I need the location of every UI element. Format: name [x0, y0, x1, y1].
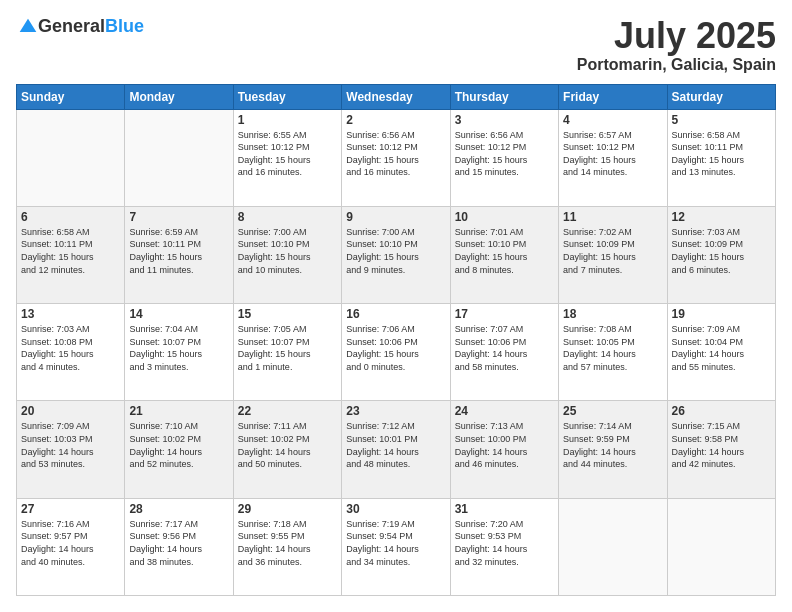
day-number: 2 — [346, 113, 445, 127]
table-row: 4Sunrise: 6:57 AM Sunset: 10:12 PM Dayli… — [559, 109, 667, 206]
day-number: 31 — [455, 502, 554, 516]
day-number: 3 — [455, 113, 554, 127]
calendar-week-row: 6Sunrise: 6:58 AM Sunset: 10:11 PM Dayli… — [17, 206, 776, 303]
day-info: Sunrise: 7:01 AM Sunset: 10:10 PM Daylig… — [455, 226, 554, 276]
day-number: 21 — [129, 404, 228, 418]
day-info: Sunrise: 7:03 AM Sunset: 10:08 PM Daylig… — [21, 323, 120, 373]
table-row: 17Sunrise: 7:07 AM Sunset: 10:06 PM Dayl… — [450, 304, 558, 401]
table-row: 18Sunrise: 7:08 AM Sunset: 10:05 PM Dayl… — [559, 304, 667, 401]
location-title: Portomarin, Galicia, Spain — [577, 56, 776, 74]
logo: GeneralBlue — [16, 16, 144, 37]
svg-marker-0 — [20, 18, 37, 31]
day-number: 30 — [346, 502, 445, 516]
table-row: 1Sunrise: 6:55 AM Sunset: 10:12 PM Dayli… — [233, 109, 341, 206]
table-row: 6Sunrise: 6:58 AM Sunset: 10:11 PM Dayli… — [17, 206, 125, 303]
table-row: 23Sunrise: 7:12 AM Sunset: 10:01 PM Dayl… — [342, 401, 450, 498]
day-info: Sunrise: 7:15 AM Sunset: 9:58 PM Dayligh… — [672, 420, 771, 470]
table-row: 29Sunrise: 7:18 AM Sunset: 9:55 PM Dayli… — [233, 498, 341, 595]
table-row: 3Sunrise: 6:56 AM Sunset: 10:12 PM Dayli… — [450, 109, 558, 206]
col-friday: Friday — [559, 84, 667, 109]
table-row: 2Sunrise: 6:56 AM Sunset: 10:12 PM Dayli… — [342, 109, 450, 206]
day-number: 6 — [21, 210, 120, 224]
table-row: 21Sunrise: 7:10 AM Sunset: 10:02 PM Dayl… — [125, 401, 233, 498]
day-number: 29 — [238, 502, 337, 516]
day-number: 5 — [672, 113, 771, 127]
table-row: 28Sunrise: 7:17 AM Sunset: 9:56 PM Dayli… — [125, 498, 233, 595]
day-number: 26 — [672, 404, 771, 418]
table-row: 10Sunrise: 7:01 AM Sunset: 10:10 PM Dayl… — [450, 206, 558, 303]
day-info: Sunrise: 7:04 AM Sunset: 10:07 PM Daylig… — [129, 323, 228, 373]
logo-icon — [18, 17, 38, 37]
day-info: Sunrise: 7:19 AM Sunset: 9:54 PM Dayligh… — [346, 518, 445, 568]
calendar-header-row: Sunday Monday Tuesday Wednesday Thursday… — [17, 84, 776, 109]
day-info: Sunrise: 7:03 AM Sunset: 10:09 PM Daylig… — [672, 226, 771, 276]
day-number: 24 — [455, 404, 554, 418]
calendar-week-row: 27Sunrise: 7:16 AM Sunset: 9:57 PM Dayli… — [17, 498, 776, 595]
day-number: 13 — [21, 307, 120, 321]
day-info: Sunrise: 7:14 AM Sunset: 9:59 PM Dayligh… — [563, 420, 662, 470]
table-row: 9Sunrise: 7:00 AM Sunset: 10:10 PM Dayli… — [342, 206, 450, 303]
calendar-week-row: 13Sunrise: 7:03 AM Sunset: 10:08 PM Dayl… — [17, 304, 776, 401]
day-info: Sunrise: 7:11 AM Sunset: 10:02 PM Daylig… — [238, 420, 337, 470]
table-row: 12Sunrise: 7:03 AM Sunset: 10:09 PM Dayl… — [667, 206, 775, 303]
table-row: 19Sunrise: 7:09 AM Sunset: 10:04 PM Dayl… — [667, 304, 775, 401]
day-info: Sunrise: 7:10 AM Sunset: 10:02 PM Daylig… — [129, 420, 228, 470]
day-number: 15 — [238, 307, 337, 321]
table-row: 11Sunrise: 7:02 AM Sunset: 10:09 PM Dayl… — [559, 206, 667, 303]
day-info: Sunrise: 7:16 AM Sunset: 9:57 PM Dayligh… — [21, 518, 120, 568]
day-number: 17 — [455, 307, 554, 321]
table-row: 25Sunrise: 7:14 AM Sunset: 9:59 PM Dayli… — [559, 401, 667, 498]
day-info: Sunrise: 6:58 AM Sunset: 10:11 PM Daylig… — [21, 226, 120, 276]
day-number: 14 — [129, 307, 228, 321]
day-info: Sunrise: 6:55 AM Sunset: 10:12 PM Daylig… — [238, 129, 337, 179]
day-info: Sunrise: 7:09 AM Sunset: 10:04 PM Daylig… — [672, 323, 771, 373]
day-number: 23 — [346, 404, 445, 418]
day-number: 20 — [21, 404, 120, 418]
day-number: 4 — [563, 113, 662, 127]
col-monday: Monday — [125, 84, 233, 109]
header: GeneralBlue July 2025 Portomarin, Galici… — [16, 16, 776, 74]
day-number: 19 — [672, 307, 771, 321]
day-info: Sunrise: 6:56 AM Sunset: 10:12 PM Daylig… — [455, 129, 554, 179]
day-info: Sunrise: 6:57 AM Sunset: 10:12 PM Daylig… — [563, 129, 662, 179]
day-info: Sunrise: 6:59 AM Sunset: 10:11 PM Daylig… — [129, 226, 228, 276]
table-row: 14Sunrise: 7:04 AM Sunset: 10:07 PM Dayl… — [125, 304, 233, 401]
title-block: July 2025 Portomarin, Galicia, Spain — [577, 16, 776, 74]
day-info: Sunrise: 7:06 AM Sunset: 10:06 PM Daylig… — [346, 323, 445, 373]
day-info: Sunrise: 7:12 AM Sunset: 10:01 PM Daylig… — [346, 420, 445, 470]
col-sunday: Sunday — [17, 84, 125, 109]
calendar-week-row: 1Sunrise: 6:55 AM Sunset: 10:12 PM Dayli… — [17, 109, 776, 206]
table-row: 13Sunrise: 7:03 AM Sunset: 10:08 PM Dayl… — [17, 304, 125, 401]
table-row: 27Sunrise: 7:16 AM Sunset: 9:57 PM Dayli… — [17, 498, 125, 595]
table-row: 24Sunrise: 7:13 AM Sunset: 10:00 PM Dayl… — [450, 401, 558, 498]
table-row: 5Sunrise: 6:58 AM Sunset: 10:11 PM Dayli… — [667, 109, 775, 206]
col-saturday: Saturday — [667, 84, 775, 109]
day-number: 1 — [238, 113, 337, 127]
table-row: 16Sunrise: 7:06 AM Sunset: 10:06 PM Dayl… — [342, 304, 450, 401]
day-info: Sunrise: 7:08 AM Sunset: 10:05 PM Daylig… — [563, 323, 662, 373]
day-info: Sunrise: 6:56 AM Sunset: 10:12 PM Daylig… — [346, 129, 445, 179]
col-tuesday: Tuesday — [233, 84, 341, 109]
day-number: 27 — [21, 502, 120, 516]
page: GeneralBlue July 2025 Portomarin, Galici… — [0, 0, 792, 612]
logo-blue: Blue — [105, 16, 144, 36]
day-info: Sunrise: 7:02 AM Sunset: 10:09 PM Daylig… — [563, 226, 662, 276]
day-number: 10 — [455, 210, 554, 224]
day-number: 8 — [238, 210, 337, 224]
table-row: 20Sunrise: 7:09 AM Sunset: 10:03 PM Dayl… — [17, 401, 125, 498]
col-thursday: Thursday — [450, 84, 558, 109]
table-row — [125, 109, 233, 206]
day-number: 22 — [238, 404, 337, 418]
day-number: 18 — [563, 307, 662, 321]
day-info: Sunrise: 7:05 AM Sunset: 10:07 PM Daylig… — [238, 323, 337, 373]
day-number: 28 — [129, 502, 228, 516]
table-row: 22Sunrise: 7:11 AM Sunset: 10:02 PM Dayl… — [233, 401, 341, 498]
day-info: Sunrise: 7:07 AM Sunset: 10:06 PM Daylig… — [455, 323, 554, 373]
logo-general: General — [38, 16, 105, 36]
col-wednesday: Wednesday — [342, 84, 450, 109]
table-row: 15Sunrise: 7:05 AM Sunset: 10:07 PM Dayl… — [233, 304, 341, 401]
day-info: Sunrise: 7:18 AM Sunset: 9:55 PM Dayligh… — [238, 518, 337, 568]
day-info: Sunrise: 6:58 AM Sunset: 10:11 PM Daylig… — [672, 129, 771, 179]
day-number: 16 — [346, 307, 445, 321]
day-number: 25 — [563, 404, 662, 418]
